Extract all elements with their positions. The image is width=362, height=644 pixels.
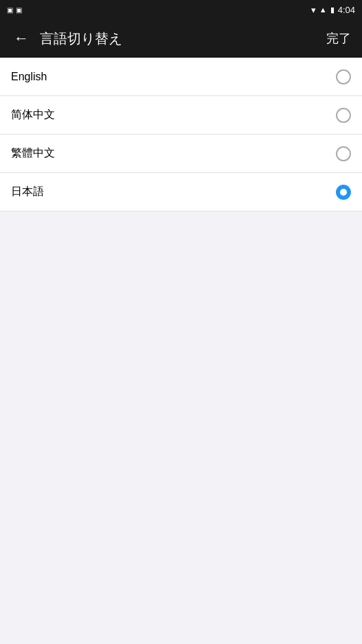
radio-simplified-chinese[interactable] (336, 108, 351, 123)
sim-icon-2: ▣ (16, 6, 22, 14)
status-bar: ▣ ▣ ▾ ▲ ▮ 4:04 (0, 0, 362, 19)
time-display: 4:04 (338, 5, 355, 15)
battery-icon: ▮ (330, 5, 335, 14)
back-button[interactable]: ← (11, 27, 32, 50)
back-icon: ← (14, 30, 29, 47)
language-label-traditional-chinese: 繁體中文 (11, 146, 55, 161)
toolbar: ← 言語切り替え 完了 (0, 19, 362, 58)
sim-icon: ▣ (7, 6, 13, 14)
radio-english[interactable] (336, 69, 351, 84)
status-bar-right: ▾ ▲ ▮ 4:04 (311, 5, 355, 15)
signal-icon: ▲ (319, 5, 327, 14)
wifi-icon: ▾ (311, 5, 316, 15)
page-title: 言語切り替え (40, 30, 122, 48)
list-item-english[interactable]: English (0, 58, 362, 96)
language-list: English 简体中文 繁體中文 日本語 (0, 58, 362, 211)
language-label-japanese: 日本語 (11, 185, 44, 199)
done-button[interactable]: 完了 (326, 30, 351, 47)
done-label: 完了 (326, 32, 351, 45)
radio-traditional-chinese[interactable] (336, 146, 351, 161)
status-bar-left: ▣ ▣ (7, 6, 22, 14)
language-label-english: English (11, 71, 47, 83)
list-item-traditional-chinese[interactable]: 繁體中文 (0, 135, 362, 173)
toolbar-left: ← 言語切り替え (11, 27, 122, 50)
language-label-simplified-chinese: 简体中文 (11, 108, 55, 122)
list-item-simplified-chinese[interactable]: 简体中文 (0, 96, 362, 135)
content-area (0, 211, 362, 644)
radio-japanese[interactable] (336, 185, 351, 200)
list-item-japanese[interactable]: 日本語 (0, 173, 362, 211)
